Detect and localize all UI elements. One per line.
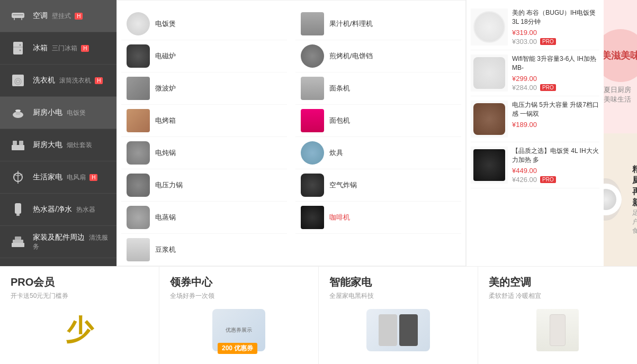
svg-point-13 bbox=[15, 110, 21, 112]
banner-top-subtitle: 夏日厨房美味生活 bbox=[604, 85, 637, 104]
svg-rect-1 bbox=[14, 18, 15, 20]
life-appliance-icon bbox=[8, 168, 28, 187]
svg-point-6 bbox=[20, 44, 21, 46]
bottom-card-pro[interactable]: PRO会员 开卡送50元无门槛券 少 bbox=[0, 267, 159, 364]
dropdown-item-noodle[interactable]: 面条机 bbox=[295, 72, 461, 105]
bottom-card-ac-title: 美的空调 bbox=[489, 275, 626, 289]
product-item-1[interactable]: 美的 布谷（BUGU）IH电饭煲 3L 18分钟 ¥319.00 ¥303.00… bbox=[471, 4, 599, 50]
washing-machine-icon bbox=[8, 71, 28, 90]
bread-img bbox=[301, 109, 324, 132]
svg-rect-19 bbox=[15, 203, 21, 214]
product-img-2 bbox=[471, 54, 508, 92]
sidebar: 空调 壁挂式 H 冰箱 三门冰箱 H 洗衣机 滚筒洗衣机 H bbox=[0, 0, 116, 266]
svg-rect-23 bbox=[15, 236, 21, 240]
bottom-card-smart-sub: 全屋家电黑科技 bbox=[329, 292, 467, 301]
induction-img bbox=[127, 44, 150, 68]
bottom-card-ac-img bbox=[489, 305, 626, 356]
bottom-card-ac-sub: 柔软舒适 冷暖相宜 bbox=[489, 292, 626, 301]
blender-img bbox=[301, 12, 324, 35]
bottom-card-smart[interactable]: 智能家电 全屋家电黑科技 bbox=[319, 267, 478, 364]
banner-bottom-img bbox=[604, 178, 622, 221]
sidebar-item-home-accessories[interactable]: 家装及配件周边 清洗服务 bbox=[0, 226, 116, 258]
dropdown-item-airfryer[interactable]: 空气炸锅 bbox=[295, 169, 461, 202]
banner-top[interactable]: 美滋美味 夏日厨房美味生活 bbox=[604, 0, 637, 133]
product-item-4[interactable]: 【品质之选】电饭煲 4L IH大火力加热 多 ¥449.00 ¥426.00 P… bbox=[471, 142, 599, 188]
svg-rect-4 bbox=[13, 42, 23, 54]
microwave-img bbox=[127, 77, 150, 100]
steam-cooker-img bbox=[127, 206, 150, 229]
sidebar-item-water-heater[interactable]: 热水器/净水 热水器 bbox=[0, 194, 116, 226]
bottom-card-coupon-title: 领券中心 bbox=[170, 275, 308, 289]
coupon-badge: 200 优惠券 bbox=[218, 343, 257, 354]
dropdown-item-wok[interactable]: 炊具 bbox=[295, 137, 461, 169]
airfryer-img bbox=[301, 174, 324, 197]
product-item-3[interactable]: 电压力锅 5升大容量 升级7档口感 一锅双 ¥189.00 bbox=[471, 96, 599, 142]
sidebar-item-fridge[interactable]: 冰箱 三门冰箱 H bbox=[0, 32, 116, 65]
dropdown-item-rice-cooker[interactable]: 电饭煲 bbox=[121, 8, 287, 40]
oven-img bbox=[127, 109, 150, 132]
product-price-4: ¥449.00 bbox=[512, 167, 599, 175]
dropdown-item-microwave[interactable]: 微波炉 bbox=[121, 72, 287, 105]
banner-bottom[interactable]: 精品厨电再创新 足不出户享美食 bbox=[604, 133, 637, 267]
product-name-1: 美的 布谷（BUGU）IH电饭煲 3L 18分钟 bbox=[512, 8, 599, 26]
product-price-3: ¥189.00 bbox=[512, 121, 599, 129]
product-price-pro-2: ¥284.00 PRO bbox=[512, 84, 599, 92]
bottom-card-coupon-img: 优惠券展示 200 优惠券 bbox=[170, 305, 308, 356]
product-img-1 bbox=[471, 8, 508, 46]
kitchen-large-icon bbox=[8, 135, 28, 154]
svg-rect-15 bbox=[13, 141, 17, 145]
svg-rect-16 bbox=[19, 141, 23, 145]
bottom-section: PRO会员 开卡送50元无门槛券 少 领券中心 全场好券一次领 优惠券展示 20… bbox=[0, 266, 637, 364]
banner-bottom-subtitle: 足不出户享美食 bbox=[632, 208, 638, 235]
wok-img bbox=[301, 141, 324, 165]
product-item-2[interactable]: Wifi智能 3升容量3-6人 IH加热 MB- ¥299.00 ¥284.00… bbox=[471, 50, 599, 96]
dropdown-item-pressure-cooker[interactable]: 电压力锅 bbox=[121, 169, 287, 202]
dropdown-item-oven[interactable]: 电烤箱 bbox=[121, 105, 287, 137]
dropdown-item-coffee[interactable]: 咖啡机 bbox=[295, 202, 461, 234]
product-price-pro-1: ¥303.00 PRO bbox=[512, 38, 599, 46]
bottom-card-ac[interactable]: 美的空调 柔软舒适 冷暖相宜 bbox=[478, 267, 637, 364]
dropdown-item-soymilk[interactable]: 豆浆机 bbox=[121, 234, 287, 266]
dropdown-item-bread[interactable]: 面包机 bbox=[295, 105, 461, 137]
coffee-img bbox=[301, 206, 324, 229]
product-img-4 bbox=[471, 147, 508, 184]
bottom-card-coupon-sub: 全场好券一次领 bbox=[170, 292, 308, 301]
svg-rect-2 bbox=[21, 18, 22, 20]
dropdown-item-steam-cooker[interactable]: 电蒸锅 bbox=[121, 202, 287, 234]
product-name-2: Wifi智能 3升容量3-6人 IH加热 MB- bbox=[512, 54, 599, 72]
dropdown-columns: 电饭煲 电磁炉 微波炉 电烤箱 电炖锅 bbox=[117, 6, 465, 266]
dropdown-item-blender[interactable]: 果汁机/料理机 bbox=[295, 8, 461, 40]
bottom-card-smart-title: 智能家电 bbox=[329, 275, 467, 289]
dropdown-item-stewpot[interactable]: 电炖锅 bbox=[121, 137, 287, 169]
home-accessories-icon bbox=[8, 232, 28, 251]
fridge-icon bbox=[8, 39, 28, 58]
product-price-1: ¥319.00 bbox=[512, 29, 599, 37]
sidebar-item-kitchen-large[interactable]: 厨房大电 烟灶套装 bbox=[0, 129, 116, 161]
bottom-card-pro-sub: 开卡送50元无门槛券 bbox=[11, 292, 148, 301]
sidebar-item-air-conditioner[interactable]: 空调 壁挂式 H bbox=[0, 0, 116, 32]
sidebar-item-kitchen-small[interactable]: 厨房小电 电饭煲 bbox=[0, 97, 116, 129]
product-price-pro-4: ¥426.00 PRO bbox=[512, 176, 599, 184]
sidebar-item-life-appliance[interactable]: 生活家电 电风扇 H bbox=[0, 161, 116, 194]
water-heater-icon bbox=[8, 200, 28, 219]
bottom-card-pro-img: 少 bbox=[11, 305, 148, 356]
main-content: 空调 壁挂式 H 冰箱 三门冰箱 H 洗衣机 滚筒洗衣机 H bbox=[0, 0, 637, 266]
dropdown-panel: 电饭煲 电磁炉 微波炉 电烤箱 电炖锅 bbox=[116, 0, 466, 266]
kitchen-small-icon bbox=[8, 103, 28, 122]
dropdown-col-1: 电饭煲 电磁炉 微波炉 电烤箱 电炖锅 bbox=[117, 6, 291, 266]
bottom-card-smart-img bbox=[329, 305, 467, 356]
svg-rect-14 bbox=[12, 145, 24, 150]
dropdown-item-pan[interactable]: 煎烤机/电饼铛 bbox=[295, 40, 461, 72]
svg-rect-21 bbox=[12, 243, 24, 247]
soymilk-img bbox=[127, 238, 150, 261]
bottom-card-pro-title: PRO会员 bbox=[11, 275, 148, 289]
svg-rect-20 bbox=[16, 214, 20, 216]
dropdown-item-induction[interactable]: 电磁炉 bbox=[121, 40, 287, 72]
sidebar-item-washing-machine[interactable]: 洗衣机 滚筒洗衣机 H bbox=[0, 65, 116, 97]
svg-point-7 bbox=[20, 50, 21, 51]
svg-rect-3 bbox=[13, 14, 23, 15]
pressure-cooker-img bbox=[127, 174, 150, 197]
product-price-2: ¥299.00 bbox=[512, 75, 599, 83]
bottom-card-coupon[interactable]: 领券中心 全场好券一次领 优惠券展示 200 优惠券 bbox=[159, 267, 319, 364]
banner-circle-text: 美滋美味 bbox=[604, 29, 637, 82]
